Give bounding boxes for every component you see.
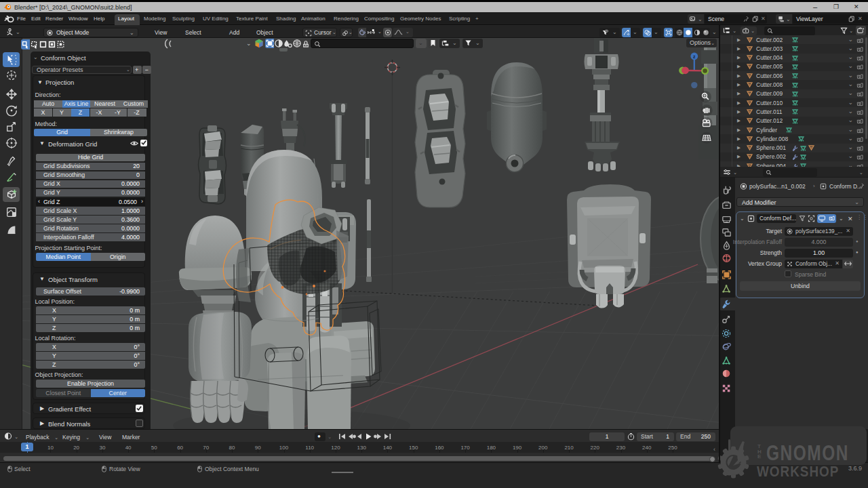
svg-text:z: z — [693, 54, 696, 59]
